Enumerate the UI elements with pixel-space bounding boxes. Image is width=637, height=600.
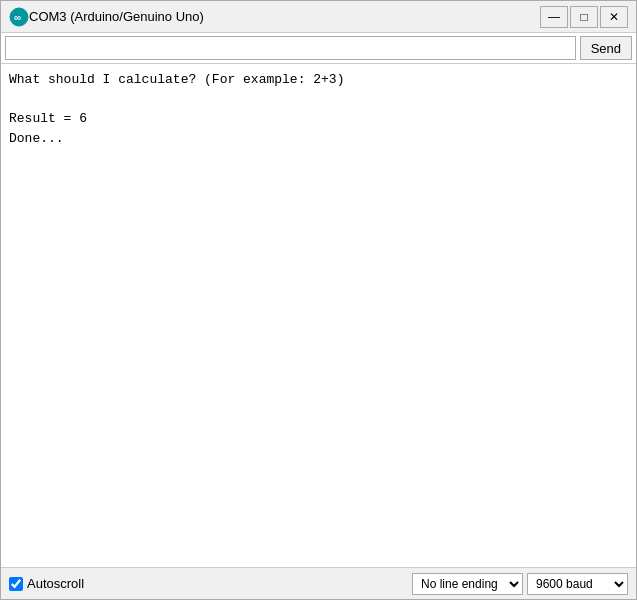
- baud-rate-dropdown[interactable]: 300 baud1200 baud2400 baud4800 baud9600 …: [527, 573, 628, 595]
- line-ending-dropdown[interactable]: No line endingNewlineCarriage returnBoth…: [412, 573, 523, 595]
- send-button[interactable]: Send: [580, 36, 632, 60]
- serial-input[interactable]: [5, 36, 576, 60]
- status-bar: Autoscroll No line endingNewlineCarriage…: [1, 567, 636, 599]
- window-title: COM3 (Arduino/Genuino Uno): [29, 9, 540, 24]
- status-right: No line endingNewlineCarriage returnBoth…: [412, 573, 628, 595]
- title-bar: ∞ COM3 (Arduino/Genuino Uno) — □ ✕: [1, 1, 636, 33]
- toolbar: Send: [1, 33, 636, 64]
- autoscroll-label: Autoscroll: [27, 576, 84, 591]
- autoscroll-checkbox[interactable]: [9, 577, 23, 591]
- arduino-logo-icon: ∞: [9, 7, 29, 27]
- window-controls: — □ ✕: [540, 6, 628, 28]
- close-button[interactable]: ✕: [600, 6, 628, 28]
- arduino-serial-monitor-window: ∞ COM3 (Arduino/Genuino Uno) — □ ✕ Send …: [0, 0, 637, 600]
- maximize-button[interactable]: □: [570, 6, 598, 28]
- serial-output: What should I calculate? (For example: 2…: [1, 64, 636, 567]
- svg-text:∞: ∞: [14, 12, 21, 23]
- minimize-button[interactable]: —: [540, 6, 568, 28]
- autoscroll-container: Autoscroll: [9, 576, 84, 591]
